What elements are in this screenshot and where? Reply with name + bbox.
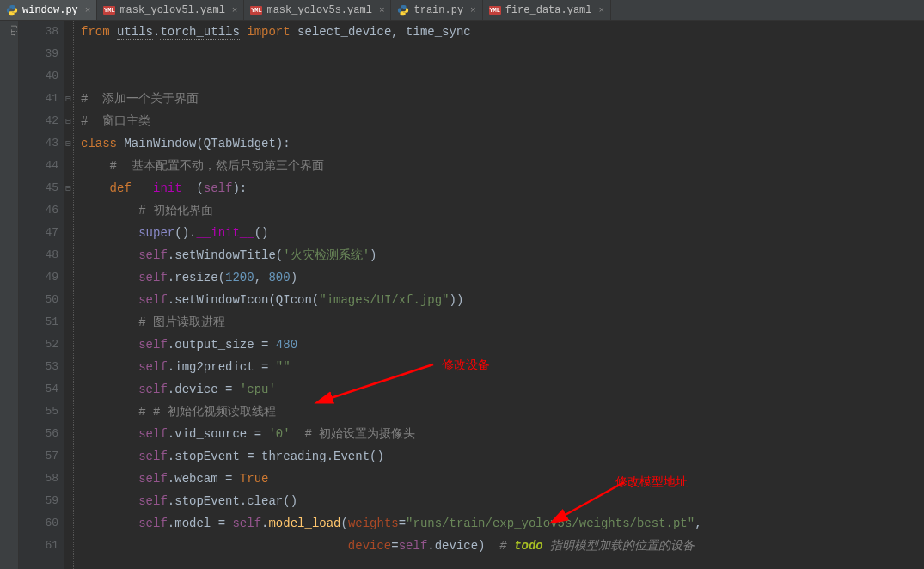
fold-empty — [64, 244, 73, 266]
code-line[interactable]: self.output_size = 480 — [74, 333, 924, 356]
code-line[interactable] — [74, 43, 924, 65]
line-number: 57 — [19, 445, 58, 468]
editor-tab-fire-data-yaml[interactable]: YMLfire_data.yaml× — [483, 0, 611, 20]
fold-empty — [64, 21, 73, 43]
code-editor[interactable]: 3839404142434445464748495051525354555657… — [19, 21, 924, 569]
code-line[interactable]: # 窗口主类 — [74, 110, 924, 132]
sidebar-indicator: fir — [9, 24, 17, 38]
code-line[interactable]: def __init__(self): — [74, 177, 924, 199]
fold-toggle[interactable]: ⊟ — [64, 132, 73, 155]
tab-label: train.py — [413, 4, 463, 16]
fold-empty — [64, 468, 73, 490]
code-line[interactable]: class MainWindow(QTabWidget): — [74, 132, 924, 155]
fold-empty — [64, 535, 73, 557]
line-number: 61 — [19, 535, 58, 557]
fold-empty — [64, 311, 73, 333]
code-line[interactable]: self.img2predict = "" — [74, 356, 924, 378]
line-number: 59 — [19, 490, 58, 512]
code-line[interactable]: # 初始化界面 — [74, 199, 924, 222]
code-line[interactable]: self.device = 'cpu' — [74, 378, 924, 401]
editor-tab-mask-yolov5s-yaml[interactable]: YMLmask_yolov5s.yaml× — [244, 0, 391, 20]
fold-empty — [64, 333, 73, 356]
fold-empty — [64, 490, 73, 512]
line-number: 54 — [19, 378, 58, 401]
line-number: 49 — [19, 266, 58, 289]
fold-empty — [64, 199, 73, 222]
fold-empty — [64, 43, 73, 65]
code-line[interactable]: from utils.torch_utils import select_dev… — [74, 21, 924, 43]
editor-tab-train-py[interactable]: train.py× — [391, 0, 482, 20]
python-file-icon — [6, 4, 18, 16]
tab-label: mask_yolov5s.yaml — [266, 4, 371, 16]
fold-empty — [64, 356, 73, 378]
yaml-file-icon: YML — [489, 6, 501, 15]
close-icon[interactable]: × — [85, 5, 91, 15]
line-number: 38 — [19, 21, 58, 43]
code-line[interactable]: # 基本配置不动，然后只动第三个界面 — [74, 155, 924, 177]
line-number: 51 — [19, 311, 58, 333]
line-number: 48 — [19, 244, 58, 266]
fold-empty — [64, 401, 73, 423]
fold-empty — [64, 65, 73, 88]
editor-tab-window-py[interactable]: window.py× — [0, 0, 97, 20]
close-icon[interactable]: × — [599, 5, 605, 15]
line-number: 47 — [19, 222, 58, 244]
line-number-gutter: 3839404142434445464748495051525354555657… — [19, 21, 64, 569]
code-line[interactable]: super().__init__() — [74, 222, 924, 244]
code-line[interactable]: # 添加一个关于界面 — [74, 88, 924, 110]
code-line[interactable]: self.stopEvent.clear() — [74, 490, 924, 512]
line-number: 55 — [19, 401, 58, 423]
line-number: 41 — [19, 88, 58, 110]
line-number: 43 — [19, 132, 58, 155]
code-line[interactable]: self.setWindowTitle('火灾检测系统') — [74, 244, 924, 266]
code-line[interactable]: self.webcam = True — [74, 468, 924, 490]
fold-toggle[interactable]: ⊟ — [64, 177, 73, 199]
code-line[interactable]: self.model = self.model_load(weights="ru… — [74, 512, 924, 535]
line-number: 56 — [19, 423, 58, 445]
code-area[interactable]: 修改设备 修改模型地址 from utils.torch_utils impor… — [74, 21, 924, 569]
editor-tabs: window.py×YMLmask_yolov5l.yaml×YMLmask_y… — [0, 0, 924, 21]
code-line[interactable]: self.setWindowIcon(QIcon("images/UI/xf.j… — [74, 289, 924, 311]
code-line[interactable]: self.resize(1200, 800) — [74, 266, 924, 289]
yaml-file-icon: YML — [250, 6, 262, 15]
code-line[interactable]: device=self.device) # todo 指明模型加载的位置的设备 — [74, 535, 924, 557]
tab-label: mask_yolov5l.yaml — [119, 4, 224, 16]
line-number: 58 — [19, 468, 58, 490]
fold-toggle[interactable]: ⊟ — [64, 88, 73, 110]
line-number: 40 — [19, 65, 58, 88]
line-number: 42 — [19, 110, 58, 132]
code-line[interactable]: self.stopEvent = threading.Event() — [74, 445, 924, 468]
tab-label: window.py — [22, 4, 78, 16]
line-number: 52 — [19, 333, 58, 356]
code-line[interactable]: # # 初始化视频读取线程 — [74, 401, 924, 423]
fold-empty — [64, 289, 73, 311]
fold-empty — [64, 378, 73, 401]
fold-toggle[interactable]: ⊟ — [64, 110, 73, 132]
code-line[interactable] — [74, 65, 924, 88]
fold-empty — [64, 445, 73, 468]
close-icon[interactable]: × — [379, 5, 385, 15]
editor-tab-mask-yolov5l-yaml[interactable]: YMLmask_yolov5l.yaml× — [97, 0, 244, 20]
close-icon[interactable]: × — [232, 5, 238, 15]
line-number: 46 — [19, 199, 58, 222]
close-icon[interactable]: × — [470, 5, 476, 15]
tool-window-bar[interactable]: fir — [0, 21, 19, 569]
line-number: 60 — [19, 512, 58, 535]
fold-empty — [64, 266, 73, 289]
fold-empty — [64, 423, 73, 445]
fold-empty — [64, 222, 73, 244]
fold-empty — [64, 512, 73, 535]
line-number: 53 — [19, 356, 58, 378]
line-number: 44 — [19, 155, 58, 177]
fold-column[interactable]: ⊟⊟⊟⊟ — [64, 21, 74, 569]
line-number: 50 — [19, 289, 58, 311]
line-number: 39 — [19, 43, 58, 65]
python-file-icon — [397, 4, 409, 16]
fold-empty — [64, 155, 73, 177]
yaml-file-icon: YML — [103, 6, 115, 15]
code-line[interactable]: # 图片读取进程 — [74, 311, 924, 333]
line-number: 45 — [19, 177, 58, 199]
code-line[interactable]: self.vid_source = '0' # 初始设置为摄像头 — [74, 423, 924, 445]
tab-label: fire_data.yaml — [505, 4, 592, 16]
